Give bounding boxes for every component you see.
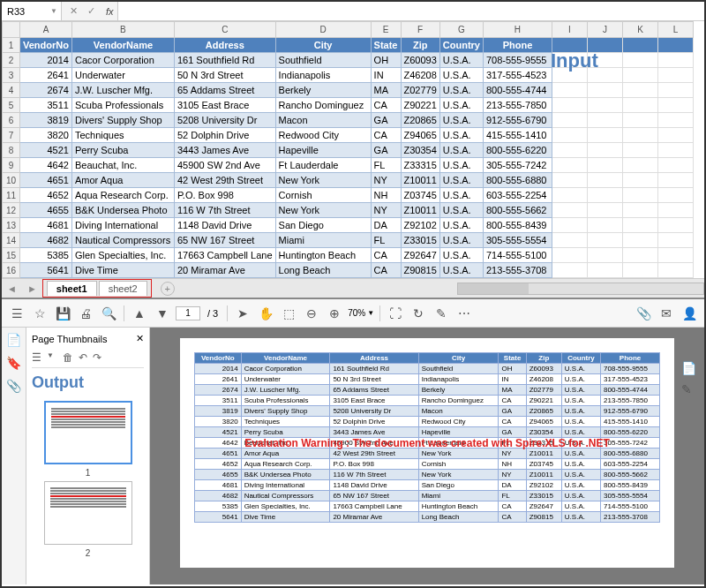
cell[interactable]: OH (371, 53, 401, 68)
cell[interactable]: Z33015 (401, 233, 439, 248)
mail-icon[interactable]: ✉ (657, 304, 676, 323)
page-number-input[interactable] (176, 306, 200, 320)
search-icon[interactable]: 🔍 (99, 304, 118, 323)
cell[interactable]: Address (174, 38, 275, 53)
more-icon[interactable]: ⋯ (454, 304, 474, 323)
cell[interactable]: IN (371, 68, 401, 83)
cell[interactable]: NY (371, 203, 401, 218)
cell[interactable]: 213-555-3708 (483, 263, 552, 278)
cell[interactable]: Z10011 (401, 173, 439, 188)
cell[interactable]: VendorName (71, 38, 174, 53)
cell[interactable]: U.S.A. (439, 143, 483, 158)
cell[interactable]: 714-555-5100 (483, 248, 552, 263)
cell[interactable]: 4651 (20, 173, 72, 188)
zoom-in-icon[interactable]: ⊕ (325, 304, 344, 323)
print-icon[interactable]: 🖨 (76, 304, 95, 323)
cell[interactable]: Divers' Supply Shop (71, 113, 174, 128)
cell[interactable]: Redwood City (275, 128, 371, 143)
cell[interactable]: 2674 (20, 83, 72, 98)
row-header[interactable]: 15 (3, 248, 20, 263)
next-page-icon[interactable]: ▼ (153, 304, 172, 323)
row-header[interactable]: 10 (3, 173, 20, 188)
cell[interactable]: 305-555-5554 (483, 233, 552, 248)
cell[interactable]: Amor Aqua (71, 173, 174, 188)
cell[interactable]: U.S.A. (439, 158, 483, 173)
cell[interactable]: Perry Scuba (71, 143, 174, 158)
cell[interactable]: VendorNo (20, 38, 72, 53)
cell[interactable]: FL (371, 158, 401, 173)
cell[interactable]: U.S.A. (439, 203, 483, 218)
cell[interactable]: New York (275, 173, 371, 188)
cell[interactable]: 4681 (20, 218, 72, 233)
cell[interactable]: 45900 SW 2nd Ave (174, 158, 275, 173)
cell[interactable]: 50 N 3rd Street (174, 68, 275, 83)
cell[interactable]: 912-555-6790 (483, 113, 552, 128)
cell[interactable]: Cacor Corporation (71, 53, 174, 68)
cell[interactable]: U.S.A. (439, 98, 483, 113)
cell[interactable]: 4642 (20, 158, 72, 173)
row-header[interactable]: 4 (3, 83, 20, 98)
cell[interactable]: Hapeville (275, 143, 371, 158)
save-icon[interactable]: 💾 (53, 304, 72, 323)
cell[interactable]: Ft Lauderdale (275, 158, 371, 173)
page-icon[interactable]: 📄 (681, 361, 701, 375)
cell[interactable]: 708-555-9555 (483, 53, 552, 68)
cell[interactable]: 3820 (20, 128, 72, 143)
cell[interactable]: U.S.A. (439, 68, 483, 83)
scrollbar-thumb[interactable] (458, 283, 529, 294)
row-header[interactable]: 12 (3, 203, 20, 218)
hand-icon[interactable]: ✋ (256, 304, 275, 323)
cell[interactable]: U.S.A. (439, 173, 483, 188)
cell[interactable]: Long Beach (275, 263, 371, 278)
highlight-icon[interactable]: ✎ (432, 304, 451, 323)
horizontal-scrollbar[interactable] (457, 283, 704, 295)
cell[interactable]: Z03745 (401, 188, 439, 203)
cell[interactable]: U.S.A. (439, 83, 483, 98)
cell[interactable]: P.O. Box 998 (174, 188, 275, 203)
cell[interactable]: Huntington Beach (275, 248, 371, 263)
grid-area[interactable]: Input A B C D E F G H I J K L 1 VendorNo… (2, 21, 704, 278)
col-header[interactable]: G (439, 22, 483, 38)
cell[interactable]: Z90815 (401, 263, 439, 278)
list-icon[interactable]: ☰ (32, 351, 41, 364)
cell[interactable]: 5208 University Dr (174, 113, 275, 128)
cell[interactable] (622, 38, 657, 53)
cell[interactable]: U.S.A. (439, 218, 483, 233)
attach-icon[interactable]: 📎 (634, 304, 653, 323)
cell[interactable]: 3511 (20, 98, 72, 113)
cell[interactable]: City (275, 38, 371, 53)
cell[interactable]: 305-555-7242 (483, 158, 552, 173)
sheet-tab-2[interactable]: sheet2 (99, 281, 147, 296)
cell[interactable]: GA (371, 113, 401, 128)
cell[interactable]: DA (371, 218, 401, 233)
cell[interactable]: Z60093 (401, 53, 439, 68)
cell[interactable]: 213-555-7850 (483, 98, 552, 113)
thumbnails-icon[interactable]: 📄 (6, 333, 21, 347)
name-box[interactable]: R33▼ (2, 2, 62, 20)
cell[interactable]: B&K Undersea Photo (71, 203, 174, 218)
next-sheet-icon[interactable]: ► (22, 283, 42, 294)
cell[interactable]: CA (371, 248, 401, 263)
col-header[interactable]: B (71, 22, 174, 38)
cell[interactable]: 2014 (20, 53, 72, 68)
sidebar-toggle-icon[interactable]: ☰ (7, 304, 26, 323)
cell[interactable]: San Diego (275, 218, 371, 233)
row-header[interactable]: 2 (3, 53, 20, 68)
cell[interactable]: Scuba Professionals (71, 98, 174, 113)
cell[interactable]: 800-555-4744 (483, 83, 552, 98)
cell[interactable]: Cornish (275, 188, 371, 203)
col-header[interactable]: K (622, 22, 657, 38)
cell[interactable]: 4682 (20, 233, 72, 248)
cell[interactable]: Z92647 (401, 248, 439, 263)
page-thumbnail-1[interactable] (44, 401, 132, 464)
cell[interactable]: Dive Time (71, 263, 174, 278)
cell[interactable]: Z46208 (401, 68, 439, 83)
col-header[interactable]: A (20, 22, 72, 38)
cell[interactable]: U.S.A. (439, 53, 483, 68)
col-header[interactable]: D (275, 22, 371, 38)
col-header[interactable]: J (587, 22, 622, 38)
col-header[interactable]: L (657, 22, 693, 38)
cell[interactable]: 65 Addams Street (174, 83, 275, 98)
rotate-icon[interactable]: ↻ (409, 304, 428, 323)
cell[interactable]: Beauchat, Inc. (71, 158, 174, 173)
